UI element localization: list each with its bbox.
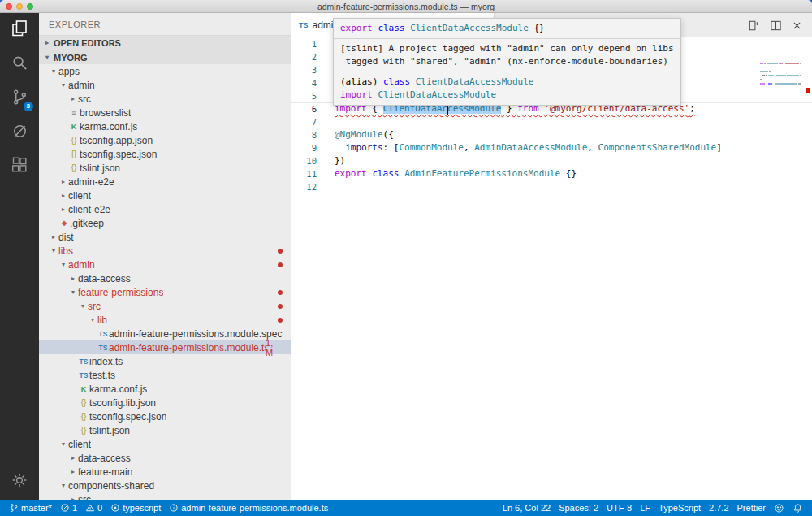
line-content: @NgModule({: [335, 128, 394, 141]
split-editor-icon[interactable]: [770, 20, 782, 32]
minimize-window-button[interactable]: [16, 3, 23, 10]
tree-folder[interactable]: ▸dist: [39, 230, 291, 244]
status-lf[interactable]: LF: [636, 500, 654, 516]
activity-item-source-control[interactable]: 3: [0, 81, 39, 115]
window-controls: [6, 3, 33, 10]
tree-folder[interactable]: ▸data-access: [39, 451, 291, 465]
line-number: 6: [291, 102, 328, 115]
open-editors-section-header[interactable]: ▸ OPEN EDITORS: [39, 35, 291, 50]
tree-folder[interactable]: ▾client: [39, 437, 291, 451]
feedback-smiley-icon[interactable]: [770, 500, 788, 516]
vscode-window: admin-feature-permissions.module.ts — my…: [0, 0, 812, 516]
status-typescript[interactable]: TypeScript: [654, 500, 705, 516]
line-number: 5: [291, 89, 328, 102]
tree-folder[interactable]: ▸feature-main: [39, 465, 291, 479]
tree-file[interactable]: {}tsconfig.spec.json: [39, 410, 291, 423]
notifications-bell-icon[interactable]: [788, 500, 807, 516]
debug-icon: [11, 122, 29, 144]
tree-item-label: tsconfig.app.json: [80, 135, 153, 146]
code-line-7[interactable]: 7: [291, 115, 812, 128]
tree-file[interactable]: TSadmin-feature-permissions.module.spec.…: [39, 327, 291, 340]
activity-item-explorer[interactable]: [0, 13, 39, 47]
search-icon: [11, 54, 29, 76]
status-prettier[interactable]: Prettier: [733, 500, 770, 516]
tree-item-label: admin-feature-permissions.module.ts: [109, 342, 266, 353]
status-error[interactable]: 1: [56, 500, 81, 516]
editor-group: TS admin-feature-permissions.module.ts: [291, 13, 812, 500]
tree-folder[interactable]: ▸client-e2e: [39, 202, 291, 216]
tree-item-label: karma.conf.js: [80, 121, 137, 132]
explorer-icon: [10, 19, 29, 41]
minimap[interactable]: [760, 42, 801, 91]
json-file-icon: {}: [78, 426, 89, 435]
overview-ruler[interactable]: [804, 37, 812, 500]
status-utf-8[interactable]: UTF-8: [603, 500, 636, 516]
chevron-right-icon: ▸: [68, 454, 78, 462]
tree-file[interactable]: ≡browserslist: [39, 106, 291, 119]
status-2-7-2[interactable]: 2.7.2: [705, 500, 732, 516]
tree-folder[interactable]: ▾src: [39, 299, 291, 313]
tree-file[interactable]: {}tsconfig.app.json: [39, 133, 291, 147]
code-line-8[interactable]: 8@NgModule({: [291, 128, 812, 141]
tree-folder[interactable]: ▾admin: [39, 78, 291, 92]
sidebar-title: EXPLORER: [39, 13, 291, 35]
close-editor-icon[interactable]: [792, 20, 802, 31]
workspace-label: MYORG: [54, 53, 88, 63]
tree-folder[interactable]: ▾libs: [39, 244, 291, 258]
code-editor[interactable]: 123456import { ClientDataAccessModule } …: [291, 37, 812, 500]
tree-folder[interactable]: ▸src: [39, 92, 291, 106]
tree-file[interactable]: {}tslint.json: [39, 423, 291, 437]
activity-item-search[interactable]: [0, 47, 39, 81]
tree-folder[interactable]: ▾feature-permissions: [39, 285, 291, 299]
tree-file[interactable]: TSindex.ts: [39, 354, 291, 368]
karma-file-icon: K: [78, 385, 89, 393]
tree-file[interactable]: {}tsconfig.spec.json: [39, 147, 291, 161]
tree-item-label: tslint.json: [89, 425, 130, 436]
workspace-section-header[interactable]: ▾ MYORG: [39, 50, 291, 64]
tree-folder[interactable]: ▾admin: [39, 258, 291, 271]
tree-folder[interactable]: ▾apps: [39, 64, 291, 78]
status-git-branch[interactable]: master*: [5, 500, 56, 516]
activity-item-extensions[interactable]: [0, 150, 39, 184]
maximize-window-button[interactable]: [27, 3, 33, 10]
tree-folder[interactable]: ▾components-shared: [39, 479, 291, 492]
activity-item-debug[interactable]: [0, 115, 39, 150]
chevron-down-icon: ▾: [49, 67, 58, 75]
tree-item-label: tsconfig.lib.json: [89, 397, 156, 409]
settings-gear-button[interactable]: [11, 472, 28, 492]
tree-file[interactable]: TSadmin-feature-permissions.module.ts1, …: [39, 340, 291, 354]
tree-file[interactable]: Kkarma.conf.js: [39, 119, 291, 133]
tree-file[interactable]: Kkarma.conf.js: [39, 382, 291, 396]
status-tslint-status[interactable]: typescript: [106, 500, 165, 516]
status-ln-6-col-22[interactable]: Ln 6, Col 22: [499, 500, 555, 516]
tree-file[interactable]: {}tsconfig.lib.json: [39, 396, 291, 410]
tree-folder[interactable]: ▸src: [39, 492, 291, 500]
tree-item-label: client-e2e: [68, 204, 110, 215]
tree-file[interactable]: TStest.ts: [39, 368, 291, 382]
info-icon: [169, 503, 179, 513]
code-line-10[interactable]: 10}): [291, 154, 812, 167]
tree-item-label: admin-e2e: [68, 176, 114, 188]
tree-folder[interactable]: ▸admin-e2e: [39, 175, 291, 189]
status-spaces-2[interactable]: Spaces: 2: [555, 500, 603, 516]
close-window-button[interactable]: [6, 3, 12, 10]
status-warning[interactable]: 0: [81, 500, 106, 516]
open-changes-icon[interactable]: [748, 20, 760, 32]
code-line-9[interactable]: 9 imports: [CommonModule, AdminDataAcces…: [291, 141, 812, 154]
ts-file-icon: TS: [299, 21, 309, 29]
tree-item-label: browserslist: [80, 107, 131, 119]
tree-item-label: dist: [58, 232, 74, 243]
ts-file-icon: TS: [97, 344, 109, 352]
line-number: 1: [291, 37, 328, 50]
tree-file[interactable]: ◆.gitkeep: [39, 216, 291, 230]
tree-file[interactable]: {}tslint.json: [39, 161, 291, 175]
code-line-12[interactable]: 12: [291, 180, 812, 193]
error-dot: [278, 262, 283, 267]
tree-folder[interactable]: ▸client: [39, 189, 291, 202]
tree-folder[interactable]: ▸data-access: [39, 271, 291, 285]
chevron-down-icon: ▾: [58, 81, 68, 89]
status-info[interactable]: admin-feature-permissions.module.ts: [165, 500, 332, 516]
tree-folder[interactable]: ▾lib: [39, 313, 291, 327]
tree-item-label: test.ts: [89, 370, 115, 381]
code-line-11[interactable]: 11export class AdminFeaturePermissionsMo…: [291, 167, 812, 180]
